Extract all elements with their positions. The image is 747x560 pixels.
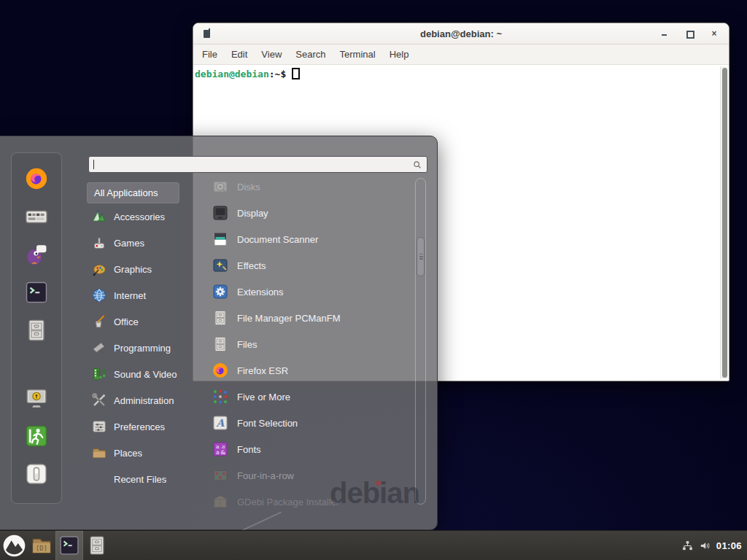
terminal-titlebar[interactable]: debian@debian: ~ × [193,23,729,44]
app-label: Files [237,339,257,350]
shutdown-icon [24,462,49,486]
app-extensions[interactable]: Extensions [206,279,413,305]
terminal-menu-item[interactable]: View [261,49,282,60]
app-label: GDebi Package Installer [237,497,339,508]
category-label: Office [114,316,139,327]
favorite-firefox[interactable] [24,166,49,191]
app-label: Five or More [237,392,290,402]
graphics-icon [91,261,107,277]
watermark-red-dot [376,481,381,486]
category-recent-files[interactable]: Recent Files [87,466,198,492]
terminal-menu-item[interactable]: Terminal [340,49,376,60]
category-programming[interactable]: Programming [87,335,198,361]
app-firefox-esr[interactable]: Firefox ESR [206,357,413,384]
display-icon [212,204,229,222]
app-label: Font Selection [237,418,298,429]
app-menu: All Applications Accessories Games Graph… [0,136,438,530]
preferences-icon [91,419,107,435]
fonts-icon: aaa& [212,440,229,458]
apps-scrollbar-thumb[interactable] [417,237,425,276]
favorite-terminal[interactable] [24,280,49,305]
all-applications-button[interactable]: All Applications [87,182,179,203]
terminal-icon [24,280,49,305]
taskbar-launchers: [D] [0,531,111,560]
favorite-keyboard-app[interactable] [24,204,49,229]
taskbar-menu-button[interactable] [0,531,28,560]
prompt-suffix: :~$ [269,69,286,79]
app-label: Document Scanner [237,234,318,245]
taskbar-file-manager[interactable]: [D] [28,531,55,560]
taskbar-files[interactable] [83,531,111,560]
terminal-menu-item[interactable]: Edit [231,49,247,60]
app-files[interactable]: Files [206,331,413,357]
app-label: File Manager PCManFM [237,313,341,324]
network-icon[interactable] [681,540,694,552]
shutdown-button[interactable] [24,462,49,486]
firefox-icon [24,166,49,191]
app-five-or-more[interactable]: Five or More [206,384,413,410]
category-accessories[interactable]: Accessories [87,203,198,230]
app-disks[interactable]: Disks [206,174,413,200]
category-places[interactable]: Places [87,440,198,466]
terminal-title: debian@debian: ~ [420,28,502,39]
session-group [12,386,61,486]
favorite-pidgin[interactable] [24,242,49,267]
search-input[interactable] [88,156,427,173]
app-file-manager-pcmanfm[interactable]: File Manager PCManFM [206,305,413,331]
category-graphics[interactable]: Graphics [87,256,198,282]
extensions-icon [212,283,229,300]
wallpaper-watermark-text: debian [330,477,419,509]
taskbar-clock[interactable]: 01:06 [716,540,742,551]
terminal-prompt: debian@debian:~$ [193,65,729,83]
favorite-file-manager[interactable] [24,318,49,343]
minimize-button[interactable] [660,29,669,38]
terminal-menu-item[interactable]: Search [295,49,325,60]
terminal-menu-item[interactable]: Help [390,49,409,60]
programming-icon [91,340,107,356]
category-games[interactable]: Games [87,230,198,256]
category-office[interactable]: Office [87,308,198,335]
category-administration[interactable]: Administration [87,387,198,413]
wallpaper-watermark: debian [330,478,419,508]
app-effects[interactable]: Effects [206,252,413,279]
category-preferences[interactable]: Preferences [87,413,198,440]
favorites-panel [11,152,62,504]
logout-button[interactable] [24,424,49,448]
app-font-selection[interactable]: AFont Selection [206,410,413,436]
logout-icon [24,424,49,448]
taskbar-terminal[interactable] [55,531,83,560]
app-label: Fonts [237,444,261,455]
keyboard-icon [24,204,49,229]
category-internet[interactable]: Internet [87,282,198,308]
filecabinet-icon [212,335,229,353]
search-text-cursor [93,160,94,169]
fontselection-icon: A [212,414,229,432]
app-display[interactable]: Display [206,200,413,226]
internet-icon [91,287,107,303]
filecabinet-icon [86,534,108,556]
terminal-window-icon [204,30,210,38]
category-sound-video[interactable]: Sound & Video [87,361,198,387]
places-icon [91,445,107,461]
volume-icon[interactable] [699,540,711,552]
apps-scrollbar[interactable] [415,178,426,505]
terminal-menu-item[interactable]: File [202,49,217,60]
svg-text:&: & [220,449,225,456]
terminal-scrollbar[interactable] [720,66,728,379]
terminal-scrollbar-thumb[interactable] [722,68,727,378]
app-fonts[interactable]: aaa&Fonts [206,436,413,462]
maximize-button[interactable] [685,29,694,38]
app-document-scanner[interactable]: Document Scanner [206,226,413,252]
app-label: Extensions [237,287,284,298]
terminal-icon [58,534,80,556]
category-label: Administration [114,395,174,406]
favorites-group [12,166,61,343]
app-label: Effects [237,260,266,271]
close-button[interactable]: × [710,29,719,38]
gdebi-icon [212,493,229,510]
category-label: Recent Files [114,474,166,485]
app-label: Four-in-a-row [237,470,294,481]
apps-list: Disks Display Document Scanner Effects E… [206,174,413,515]
lock-screen-button[interactable] [24,386,49,411]
filecabinet-icon [24,318,49,343]
